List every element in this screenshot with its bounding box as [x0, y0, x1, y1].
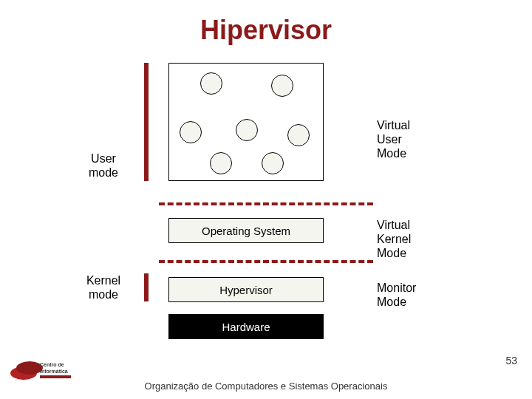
- virtual-kernel-mode-label: Virtual Kernel Mode: [377, 218, 411, 261]
- svg-rect-4: [40, 375, 71, 378]
- svg-point-1: [16, 361, 43, 375]
- page-number: 53: [505, 355, 517, 366]
- virtual-user-mode-label: Virtual User Mode: [377, 118, 410, 161]
- process-circle: [271, 75, 293, 97]
- user-mode-label: User mode: [78, 151, 129, 180]
- hypervisor-box: Hypervisor: [168, 277, 324, 302]
- monitor-mode-label: Monitor Mode: [377, 281, 416, 309]
- svg-text:Informática: Informática: [40, 369, 68, 374]
- process-circle: [180, 121, 202, 143]
- svg-text:Centro de: Centro de: [40, 362, 64, 367]
- user-mode-bar: [144, 63, 149, 181]
- process-circle: [210, 152, 232, 174]
- logo-icon: Centro de Informática: [7, 355, 74, 384]
- kernel-mode-label: Kernel mode: [78, 273, 129, 301]
- process-circle: [200, 72, 222, 95]
- slide: Hipervisor User mode Kernel mode Virtual…: [0, 0, 532, 399]
- footer-text: Organização de Computadores e Sistemas O…: [0, 381, 532, 392]
- process-circle: [262, 152, 284, 174]
- hardware-box: Hardware: [168, 314, 324, 339]
- processes-box: [168, 63, 324, 181]
- process-circle: [236, 119, 258, 141]
- process-circle: [287, 124, 310, 146]
- page-title: Hipervisor: [0, 15, 532, 46]
- dashed-separator-2: [159, 260, 373, 263]
- operating-system-box: Operating System: [168, 218, 324, 243]
- kernel-mode-bar: [144, 273, 149, 301]
- dashed-separator-1: [159, 202, 373, 205]
